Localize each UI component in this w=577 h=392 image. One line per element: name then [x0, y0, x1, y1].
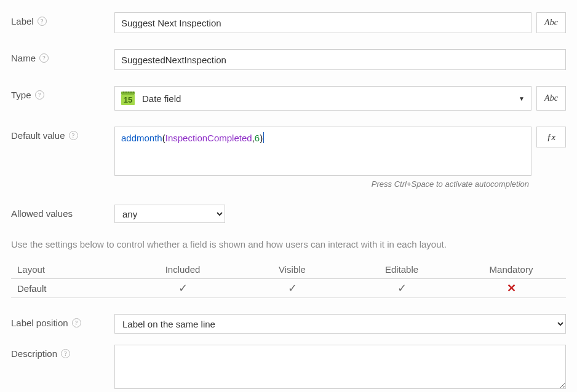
table-header-row: Layout Included Visible Editable Mandato… [11, 261, 566, 279]
type-select[interactable]: 15 Date field ▼ [114, 86, 531, 111]
check-icon[interactable]: ✓ [397, 282, 407, 294]
type-display-text: Date field [142, 93, 181, 104]
field-label-allowed-values: Allowed values [11, 205, 114, 219]
layout-name-cell: Default [11, 283, 128, 294]
label-text: Label position [11, 318, 68, 328]
col-header-included: Included [128, 264, 237, 275]
field-label-name: Name ? [11, 49, 114, 63]
label-position-select[interactable]: Label on the same line [114, 314, 566, 334]
label-text: Allowed values [11, 208, 73, 219]
field-label-default-value: Default value ? [11, 127, 114, 141]
label-input[interactable] [114, 12, 531, 33]
svg-point-4 [130, 92, 132, 93]
formula-token-function: addmonth [121, 133, 162, 143]
help-icon[interactable]: ? [38, 17, 47, 26]
formula-token-paren: ) [260, 133, 263, 143]
autocomplete-hint: Press Ctrl+Space to activate autocomplet… [114, 176, 531, 189]
svg-point-5 [133, 92, 135, 93]
svg-point-2 [125, 92, 127, 93]
abc-toggle-button[interactable]: Abc [536, 12, 566, 33]
label-text: Name [11, 53, 36, 63]
calendar-icon: 15 [120, 90, 136, 106]
formula-token-number: 6 [255, 133, 260, 143]
cross-icon[interactable]: ✕ [507, 282, 516, 294]
layout-table: Layout Included Visible Editable Mandato… [11, 261, 566, 298]
help-icon[interactable]: ? [72, 318, 81, 327]
label-text: Type [11, 90, 31, 100]
field-label-label-position: Label position ? [11, 314, 114, 328]
fx-toggle-button[interactable]: ƒx [536, 127, 566, 147]
col-header-layout: Layout [11, 264, 128, 275]
abc-toggle-button[interactable]: Abc [536, 86, 566, 111]
chevron-down-icon: ▼ [519, 95, 525, 102]
col-header-editable: Editable [347, 264, 456, 275]
label-text: Default value [11, 130, 65, 141]
formula-token-identifier: InspectionCompleted [165, 133, 252, 143]
allowed-values-select[interactable]: any [114, 205, 225, 223]
field-label-label: Label ? [11, 12, 114, 26]
description-textarea[interactable] [114, 345, 566, 389]
help-icon[interactable]: ? [39, 53, 49, 63]
help-icon[interactable]: ? [69, 131, 78, 140]
name-input[interactable] [114, 49, 566, 70]
check-icon[interactable]: ✓ [178, 282, 188, 294]
col-header-mandatory: Mandatory [456, 264, 566, 275]
label-text: Label [11, 16, 34, 26]
help-icon[interactable]: ? [61, 349, 70, 358]
field-label-description: Description ? [11, 345, 114, 359]
table-row: Default ✓ ✓ ✓ ✕ [11, 279, 566, 298]
svg-point-3 [128, 92, 130, 93]
check-icon[interactable]: ✓ [288, 282, 297, 294]
default-value-formula-input[interactable]: addmonth(InspectionCompleted, 6) [114, 127, 531, 176]
field-label-type: Type ? [11, 86, 114, 100]
text-cursor-icon [263, 132, 264, 143]
label-text: Description [11, 348, 57, 359]
svg-point-1 [123, 92, 125, 93]
col-header-visible: Visible [237, 264, 347, 275]
svg-text:15: 15 [124, 95, 132, 104]
help-icon[interactable]: ? [35, 90, 44, 100]
layout-settings-hint: Use the settings below to control whethe… [11, 239, 566, 249]
